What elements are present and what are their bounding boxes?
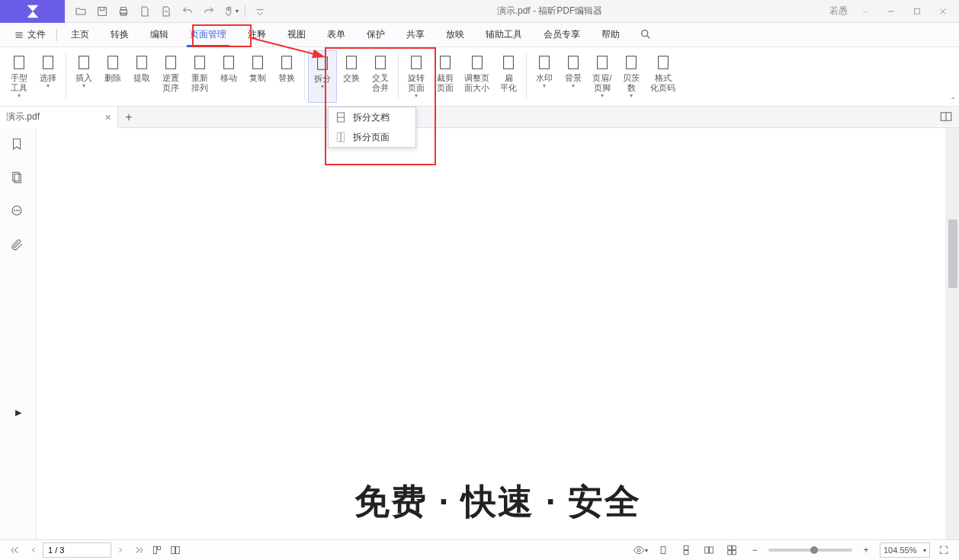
ribbon-背景[interactable]: 背景▾ <box>559 50 588 103</box>
ribbon-重新排列[interactable]: 重新 排列 <box>185 50 214 103</box>
ribbon-调整页面大小[interactable]: 调整页 面大小 <box>460 50 494 103</box>
menu-注释[interactable]: 注释 <box>237 23 277 47</box>
ribbon-手型工具[interactable]: 手型 工具▾ <box>5 50 34 103</box>
ribbon-icon <box>104 53 121 72</box>
menu-帮助[interactable]: 帮助 <box>591 23 630 47</box>
zoom-in-icon[interactable]: + <box>857 542 875 558</box>
ribbon-扁平化[interactable]: 扁 平化 <box>494 50 523 103</box>
ribbon-交换[interactable]: 交换 <box>337 50 366 103</box>
menu-页面管理[interactable]: 页面管理 <box>179 23 237 47</box>
ribbon-提取[interactable]: 提取 <box>127 50 156 103</box>
ribbon-交叉合并[interactable]: 交叉 合并 <box>366 50 395 103</box>
first-page-icon[interactable] <box>6 542 24 558</box>
user-chevron-icon[interactable] <box>854 2 877 21</box>
view-facing-icon[interactable] <box>700 542 718 558</box>
ribbon-贝茨数[interactable]: 贝茨 数▾ <box>617 50 646 103</box>
print-icon[interactable] <box>114 2 133 21</box>
open-icon[interactable] <box>71 2 91 21</box>
minimize-button[interactable] <box>880 2 903 21</box>
svg-rect-11 <box>166 56 176 69</box>
user-name[interactable]: 若愚 <box>829 5 848 18</box>
zoom-out-icon[interactable]: − <box>746 542 764 558</box>
zoom-value[interactable]: 104.55%▾ <box>880 542 930 558</box>
last-page-icon[interactable] <box>130 542 148 558</box>
ribbon-裁剪页面[interactable]: 裁剪 页面 <box>431 50 460 103</box>
ribbon-水印[interactable]: 水印▾ <box>530 50 559 103</box>
ribbon-选择[interactable]: 选择▾ <box>34 50 63 103</box>
split-doc-label: 拆分文档 <box>353 111 390 124</box>
ribbon-拆分[interactable]: 拆分▾ <box>308 50 337 103</box>
expand-panel-icon[interactable]: ▶ <box>15 408 21 418</box>
search-icon[interactable] <box>640 28 653 42</box>
ribbon-旋转页面[interactable]: 旋转 页面▾ <box>402 50 431 103</box>
ribbon-icon <box>437 53 454 72</box>
menu-辅助工具[interactable]: 辅助工具 <box>475 23 533 47</box>
close-button[interactable] <box>932 2 954 21</box>
menu-会员专享[interactable]: 会员专享 <box>533 23 591 47</box>
page2-icon[interactable] <box>156 2 176 21</box>
svg-point-36 <box>18 210 19 211</box>
close-tab-icon[interactable]: × <box>105 111 111 123</box>
page-input[interactable] <box>43 542 111 558</box>
qat-customize-icon[interactable] <box>250 2 270 21</box>
ribbon-替换[interactable]: 替换 <box>272 50 301 103</box>
menu-保护[interactable]: 保护 <box>356 23 396 47</box>
prev-page-icon[interactable] <box>24 542 43 558</box>
comment-icon[interactable] <box>10 204 27 221</box>
multiview-icon[interactable] <box>166 542 184 558</box>
document-tab[interactable]: 演示.pdf × <box>0 107 118 128</box>
ribbon-复制[interactable]: 复制 <box>243 50 272 103</box>
menu-转换[interactable]: 转换 <box>100 23 140 47</box>
vertical-scrollbar[interactable] <box>945 128 959 539</box>
maximize-button[interactable] <box>906 2 929 21</box>
document-area[interactable]: 免费 · 快速 · 安全 <box>37 128 959 539</box>
ribbon-插入[interactable]: 插入▾ <box>69 50 98 103</box>
page-icon[interactable] <box>135 2 155 21</box>
menu-主页[interactable]: 主页 <box>60 23 100 47</box>
file-menu[interactable]: 文件 <box>6 28 53 41</box>
eye-icon[interactable]: ▾ <box>631 542 649 558</box>
attachment-icon[interactable] <box>10 238 27 254</box>
zoom-slider[interactable] <box>768 549 852 552</box>
ribbon-移动[interactable]: 移动 <box>214 50 243 103</box>
svg-rect-9 <box>108 56 118 69</box>
reading-mode-icon[interactable] <box>939 110 954 125</box>
svg-rect-27 <box>658 56 668 69</box>
menu-放映[interactable]: 放映 <box>435 23 475 47</box>
redo-icon[interactable] <box>199 2 219 21</box>
ribbon-icon <box>249 53 266 72</box>
menu-编辑[interactable]: 编辑 <box>140 23 179 47</box>
split-page-item[interactable]: 拆分页面 <box>329 127 415 147</box>
ribbon-icon <box>40 53 56 72</box>
add-tab-button[interactable]: + <box>118 107 140 128</box>
ribbon-逆置页序[interactable]: 逆置 页序 <box>156 50 185 103</box>
quick-access-toolbar: ▾ <box>65 2 270 21</box>
side-panel: ▶ <box>0 128 37 539</box>
ribbon-页眉/页脚[interactable]: 页眉/ 页脚▾ <box>588 50 617 103</box>
zoom-slider-thumb[interactable] <box>810 546 818 554</box>
fullscreen-icon[interactable] <box>935 542 953 558</box>
next-page-icon[interactable] <box>111 542 130 558</box>
split-document-item[interactable]: 拆分文档 <box>329 107 415 127</box>
chevron-down-icon: ▾ <box>572 83 575 89</box>
menu-视图[interactable]: 视图 <box>277 23 316 47</box>
pages-icon[interactable] <box>10 171 27 187</box>
ribbon-icon <box>191 53 208 72</box>
view-facing-cont-icon[interactable] <box>723 542 741 558</box>
undo-icon[interactable] <box>178 2 197 21</box>
collapse-ribbon-icon[interactable]: ⌃ <box>950 96 956 104</box>
bookmark-icon[interactable] <box>10 137 27 154</box>
scrollbar-thumb[interactable] <box>948 219 957 288</box>
menu-共享[interactable]: 共享 <box>396 23 435 47</box>
svg-rect-42 <box>661 546 666 553</box>
split-page-label: 拆分页面 <box>353 131 390 144</box>
view-single-icon[interactable] <box>654 542 672 558</box>
ribbon-删除[interactable]: 删除 <box>98 50 127 103</box>
view-continuous-icon[interactable] <box>677 542 695 558</box>
ribbon-icon <box>500 53 517 72</box>
hand-dd-icon[interactable]: ▾ <box>220 2 240 21</box>
thumbnails-icon[interactable] <box>148 542 166 558</box>
save-icon[interactable] <box>92 2 112 21</box>
menu-表单[interactable]: 表单 <box>316 23 356 47</box>
ribbon-格式化页码[interactable]: 格式 化页码 <box>646 50 680 103</box>
